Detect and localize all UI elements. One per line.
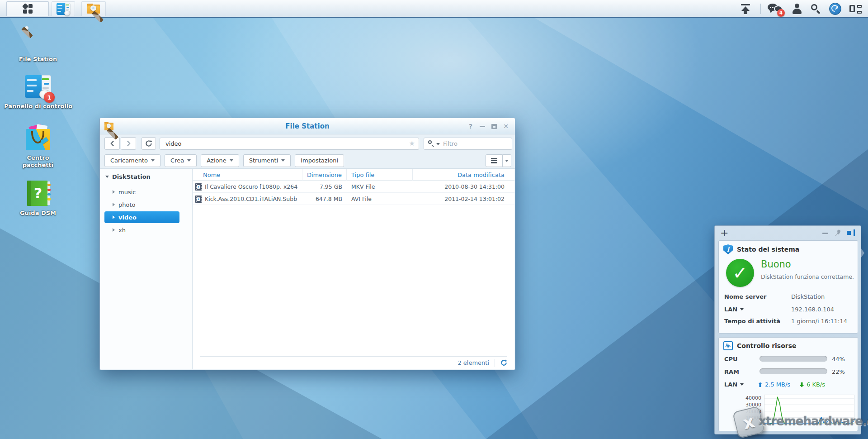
list-view-icon [491, 158, 497, 163]
tree-item-music[interactable]: music [104, 186, 179, 198]
chevron-down-icon [740, 308, 744, 310]
desktop-icon-label: Guida DSM [20, 210, 56, 217]
create-menu-button[interactable]: Crea [165, 154, 197, 167]
toolbar: Caricamento Crea Azione Strumenti Impost… [100, 153, 515, 169]
lan-traffic-dropdown[interactable]: LAN [724, 381, 744, 388]
ram-meter [760, 368, 827, 374]
upload-tasks-button[interactable] [738, 0, 753, 18]
column-header-size[interactable]: Dimensione [302, 169, 347, 181]
tree-item-video[interactable]: video [104, 211, 179, 223]
table-row[interactable]: Kick.Ass.2010.CD1.iTALiAN.Subb 647.8 MB … [193, 193, 514, 205]
cpu-label: CPU [724, 356, 738, 363]
upload-speed: 2.5 MB/s [758, 381, 790, 388]
settings-button[interactable]: Impostazioni [295, 154, 344, 167]
desktop-icon-dsm-guide[interactable]: ? Guida DSM [6, 180, 70, 217]
info-row-server-name: Nome server DiskStation [724, 291, 852, 301]
list-view-button[interactable] [486, 154, 503, 167]
refresh-icon [145, 140, 152, 147]
notifications-button[interactable]: 4 [766, 0, 785, 18]
ram-label: RAM [724, 368, 739, 375]
ram-percent: 22% [832, 368, 845, 375]
dock-icon [847, 231, 851, 235]
info-row-uptime: Tempo di attività 1 giorno/i 16:11:14 [724, 316, 852, 326]
app-grid-icon [23, 4, 33, 14]
table-row[interactable]: Il Cavaliere Oscuro [1080p, x264 7.95 GB… [193, 181, 514, 193]
view-options-caret-button[interactable] [503, 154, 511, 167]
desktop-icon-label: Centro pacchetti [18, 154, 58, 169]
system-status-widget: i Stato del sistema ✓ Buono DiskStation … [718, 240, 858, 334]
close-button[interactable]: ✕ [501, 122, 510, 130]
bookmark-star-icon[interactable]: ★ [409, 139, 415, 148]
chevron-down-icon [281, 159, 285, 162]
column-header-type[interactable]: Tipo file [347, 169, 413, 181]
tree-item-xh[interactable]: xh [104, 224, 179, 236]
chat-icon: 4 [768, 3, 783, 15]
item-count: 2 elementi [458, 359, 489, 366]
upload-menu-button[interactable]: Caricamento [104, 154, 160, 167]
chevron-down-icon [187, 159, 191, 162]
file-size: 647.8 MB [302, 193, 342, 205]
download-speed: 6 KB/s [799, 381, 825, 388]
window-title: File Station [100, 118, 515, 134]
forward-button[interactable] [121, 137, 136, 150]
file-station-window: File Station ? ✕ ★ [99, 118, 515, 370]
system-state: Buono [761, 259, 791, 270]
widget-panel-header: + [715, 226, 861, 240]
file-station-folder-icon [87, 3, 101, 15]
desktop-icon-control-panel[interactable]: 1 Pannello di controllo [6, 73, 70, 110]
dsm-guide-book-icon: ? [25, 180, 51, 206]
system-health-button[interactable] [827, 0, 843, 18]
address-bar[interactable]: ★ [160, 138, 419, 150]
maximize-button[interactable] [490, 122, 499, 130]
tree-expand-icon [113, 190, 115, 194]
pin-icon [834, 229, 842, 237]
show-widgets-button[interactable] [847, 0, 863, 18]
column-header-modified[interactable]: Data modificata [413, 169, 514, 181]
file-type: MKV File [351, 181, 413, 193]
search-options-caret-icon[interactable] [436, 143, 440, 145]
widget-title: Controllo risorse [737, 342, 797, 349]
refresh-list-button[interactable] [500, 359, 507, 366]
minimize-panel-button[interactable] [822, 233, 828, 234]
desktop-icon-file-station[interactable]: File Station [6, 26, 70, 63]
address-input[interactable] [165, 138, 400, 149]
tree-item-photo[interactable]: photo [104, 199, 179, 210]
filter-input[interactable] [442, 138, 509, 149]
chevron-down-icon [505, 160, 509, 162]
action-menu-button[interactable]: Azione [201, 154, 239, 167]
lan-dropdown[interactable]: LAN [724, 306, 744, 313]
main-menu-button[interactable] [6, 1, 49, 16]
column-header-name[interactable]: Nome [193, 169, 302, 181]
info-shield-icon: i [723, 244, 733, 254]
upload-arrow-icon [740, 3, 751, 15]
dsm-desktop: 4 File Station 1 Pannello di contro [0, 0, 868, 439]
tree-root-diskstation[interactable]: DiskStation [105, 173, 151, 180]
status-separator [495, 359, 495, 367]
minimize-button[interactable] [478, 122, 487, 130]
back-button[interactable] [104, 137, 120, 150]
dock-panel-button[interactable] [847, 229, 855, 236]
user-menu-button[interactable] [789, 0, 805, 18]
tree-expand-icon [113, 228, 115, 232]
desktop-icon-label: File Station [19, 56, 57, 63]
refresh-button[interactable] [142, 137, 156, 150]
magnifier-icon [428, 140, 435, 147]
help-button[interactable]: ? [466, 122, 475, 130]
taskbar-app-control-panel[interactable] [52, 1, 75, 16]
taskbar: 4 [0, 0, 868, 18]
window-titlebar[interactable]: File Station ? ✕ [100, 118, 515, 134]
filter-searchbox[interactable] [424, 138, 512, 150]
info-row-lan: LAN 192.168.0.104 [724, 304, 852, 314]
file-name: Kick.Ass.2010.CD1.iTALiAN.Subb [205, 193, 302, 205]
status-bar: 2 elementi [193, 354, 514, 369]
lan-traffic-chart: 400003000020000100000 [719, 395, 858, 426]
taskbar-app-file-station[interactable] [81, 1, 106, 16]
lan-chart-plot [764, 395, 854, 425]
add-widget-button[interactable]: + [720, 227, 728, 239]
refresh-icon [500, 359, 507, 366]
desktop-icon-package-center[interactable]: Centro pacchetti [6, 125, 70, 169]
pin-panel-button[interactable] [834, 229, 842, 239]
chevron-right-icon [127, 141, 130, 146]
global-search-button[interactable] [808, 0, 824, 18]
tools-menu-button[interactable]: Strumenti [243, 154, 291, 167]
